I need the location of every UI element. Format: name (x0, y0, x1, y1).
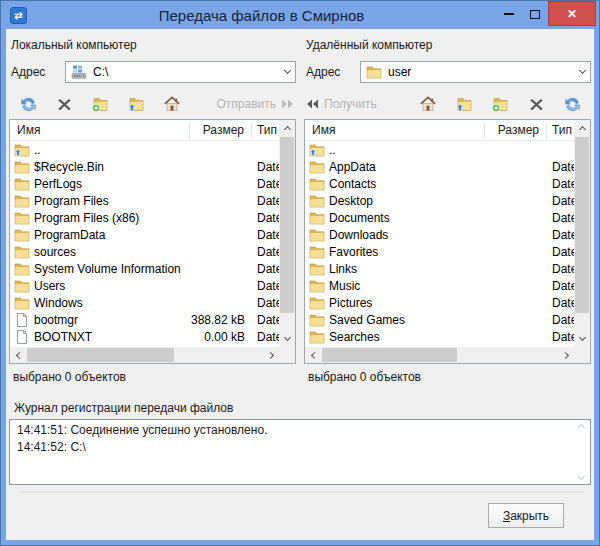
file-name: System Volume Information (34, 262, 190, 276)
file-row[interactable]: Program Files (x86) Date (10, 209, 279, 226)
send-arrows-icon[interactable] (281, 95, 295, 113)
close-window-button[interactable]: ✕ (548, 1, 596, 26)
send-label[interactable]: Отправить (216, 97, 276, 111)
file-row[interactable]: Contacts Date (305, 175, 574, 192)
file-row[interactable]: ProgramData Date (10, 226, 279, 243)
file-name: .. (34, 143, 190, 157)
footer-divider (20, 491, 584, 493)
maximize-button[interactable] (522, 1, 548, 27)
file-name: Contacts (329, 177, 485, 191)
folder-icon (309, 295, 325, 311)
file-row[interactable]: Links Date (305, 260, 574, 277)
remote-vertical-scrollbar[interactable] (574, 120, 590, 347)
file-row[interactable]: .. (10, 141, 279, 158)
file-row[interactable]: Users Date (10, 277, 279, 294)
file-row[interactable]: $Recycle.Bin Date (10, 158, 279, 175)
scroll-up-button[interactable] (574, 120, 590, 136)
column-header-size[interactable]: Размер (485, 122, 547, 139)
vertical-scroll-thumb[interactable] (575, 137, 589, 313)
file-name: .. (329, 143, 485, 157)
column-header-type[interactable]: Тип (547, 122, 574, 139)
minimize-button[interactable] (496, 1, 522, 27)
file-row[interactable]: Downloads Date (305, 226, 574, 243)
scroll-left-icon (15, 351, 22, 358)
log-title: Журнал регистрации передачи файлов (14, 401, 594, 415)
file-type: Date (547, 296, 574, 310)
file-name: Users (34, 279, 190, 293)
scroll-left-button[interactable] (10, 347, 26, 363)
refresh-button[interactable] (554, 92, 590, 116)
scroll-up-icon (578, 126, 585, 133)
file-row[interactable]: PerfLogs Date (10, 175, 279, 192)
file-row[interactable]: AppData Date (305, 158, 574, 175)
file-row[interactable]: Desktop Date (305, 192, 574, 209)
scroll-up-button[interactable] (279, 120, 295, 136)
home-button[interactable] (410, 92, 446, 116)
local-list-body: .. $Recycle.Bin Date PerfLogs Date Progr… (10, 141, 279, 347)
file-name: $Recycle.Bin (34, 160, 190, 174)
chevron-down-icon (284, 67, 291, 74)
remote-list-body: .. AppData Date Contacts Date Desktop Da… (305, 141, 574, 347)
close-button[interactable]: Закрыть (488, 503, 564, 528)
scroll-left-button[interactable] (305, 347, 321, 363)
new-folder-button[interactable] (82, 92, 118, 116)
local-address-label: Адрес (9, 65, 65, 79)
new-folder-button[interactable] (482, 92, 518, 116)
receive-label[interactable]: Получить (324, 97, 377, 111)
horizontal-scroll-thumb[interactable] (322, 348, 457, 362)
log-scrollbar[interactable] (574, 421, 589, 483)
file-name: Program Files (x86) (34, 211, 190, 225)
remote-horizontal-scrollbar[interactable] (305, 347, 574, 363)
horizontal-scroll-thumb[interactable] (27, 348, 174, 362)
file-type: Date (252, 160, 279, 174)
file-row[interactable]: bootmgr 388.82 kB Date (10, 311, 279, 328)
log-box[interactable]: 14:41:51: Соединение успешно установлено… (9, 419, 591, 485)
refresh-button[interactable] (10, 92, 46, 116)
vertical-scroll-thumb[interactable] (280, 137, 294, 313)
receive-arrows-icon[interactable] (305, 95, 319, 113)
scroll-right-icon (561, 351, 568, 358)
file-row[interactable]: System Volume Information Date (10, 260, 279, 277)
folder-icon (309, 210, 325, 226)
column-header-size[interactable]: Размер (190, 122, 252, 139)
file-row[interactable]: Documents Date (305, 209, 574, 226)
home-button[interactable] (154, 92, 190, 116)
delete-button[interactable] (46, 92, 82, 116)
scrollbar-corner (574, 347, 590, 363)
file-row[interactable]: Pictures Date (305, 294, 574, 311)
local-vertical-scrollbar[interactable] (279, 120, 295, 347)
file-type: Date (547, 262, 574, 276)
file-row[interactable]: Searches Date (305, 328, 574, 345)
file-row[interactable]: Program Files Date (10, 192, 279, 209)
file-row[interactable]: Windows Date (10, 294, 279, 311)
scroll-right-button[interactable] (558, 347, 574, 363)
file-row[interactable]: .. (305, 141, 574, 158)
local-horizontal-scrollbar[interactable] (10, 347, 279, 363)
file-row[interactable]: Saved Games Date (305, 311, 574, 328)
file-row[interactable]: BOOTNXT 0.00 kB Date (10, 328, 279, 345)
refresh-icon (20, 96, 37, 113)
refresh-icon (564, 96, 581, 113)
file-name: sources (34, 245, 190, 259)
column-header-name[interactable]: Имя (10, 122, 190, 139)
file-row[interactable]: sources Date (10, 243, 279, 260)
titlebar: ⇄ Передача файлов в Смирнов ✕ (1, 1, 599, 29)
scroll-right-button[interactable] (263, 347, 279, 363)
delete-button[interactable] (518, 92, 554, 116)
file-name: Documents (329, 211, 485, 225)
column-header-type[interactable]: Тип (252, 122, 279, 139)
local-address-combobox[interactable]: C:\ (65, 61, 296, 83)
parent-folder-button[interactable] (446, 92, 482, 116)
file-type: Date (547, 228, 574, 242)
file-name: PerfLogs (34, 177, 190, 191)
scroll-down-button[interactable] (574, 331, 590, 347)
remote-address-combobox[interactable]: user (360, 61, 591, 83)
parent-folder-button[interactable] (118, 92, 154, 116)
folder-icon (14, 210, 30, 226)
log-entries: 14:41:51: Соединение успешно установлено… (10, 420, 590, 458)
file-row[interactable]: Favorites Date (305, 243, 574, 260)
file-row[interactable]: Music Date (305, 277, 574, 294)
file-name: BOOTNXT (34, 330, 190, 344)
scroll-down-button[interactable] (279, 331, 295, 347)
column-header-name[interactable]: Имя (305, 122, 485, 139)
